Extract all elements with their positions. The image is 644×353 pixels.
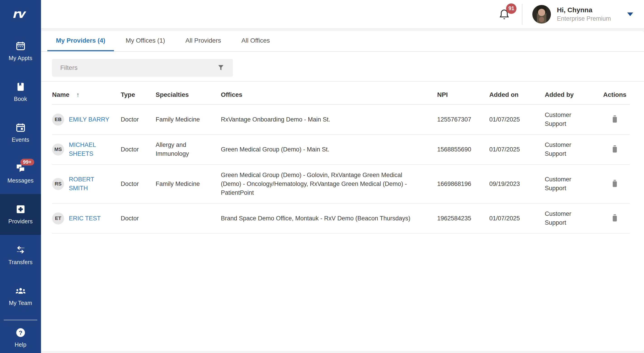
sidebar-item-help[interactable]: ? Help [0, 323, 41, 353]
table-row: RS ROBERT SMITH Doctor Family Medicine G… [52, 165, 630, 204]
user-plan-label: Enterprise Premium [557, 15, 611, 22]
filters-label: Filters [60, 64, 78, 71]
provider-initials-avatar: EB [52, 114, 64, 126]
sidebar-item-label: Events [12, 137, 30, 143]
app-logo[interactable]: rv [0, 0, 41, 27]
funnel-icon [217, 64, 225, 72]
topbar: 91 Hi, Chynna Enterprise Premium [41, 0, 644, 28]
sidebar-item-label: Messages [8, 177, 34, 184]
delete-provider-button[interactable] [610, 212, 620, 223]
sidebar-item-messages[interactable]: 99+ Messages [0, 153, 41, 194]
tab-all-providers[interactable]: All Providers [177, 31, 230, 51]
provider-added-on: 01/07/2025 [489, 115, 545, 124]
transfer-arrows-icon [16, 245, 26, 255]
provider-type: Doctor [121, 145, 156, 154]
user-greeting: Hi, Chynna [557, 6, 611, 14]
provider-name-link[interactable]: ROBERT SMITH [69, 175, 111, 193]
tab-all-offices[interactable]: All Offices [233, 31, 278, 51]
delete-provider-button[interactable] [610, 144, 620, 154]
provider-added-on: 09/19/2023 [489, 180, 545, 188]
tab-my-providers[interactable]: My Providers (4) [47, 31, 114, 51]
trash-icon [611, 179, 618, 187]
column-header-npi: NPI [437, 91, 489, 98]
provider-offices: Brand Space Demo Office, Montauk - RxV D… [221, 214, 437, 223]
trash-icon [611, 115, 618, 123]
sidebar-divider [4, 320, 38, 320]
medical-cross-icon [16, 204, 26, 214]
column-header-name[interactable]: Name ↑ [52, 91, 121, 98]
question-circle-icon: ? [16, 327, 26, 338]
column-header-added-by: Added by [545, 91, 599, 98]
provider-added-on: 01/07/2025 [489, 145, 545, 154]
column-header-actions: Actions [599, 91, 630, 98]
table-row: ET ERIC TEST Doctor Brand Space Demo Off… [52, 204, 630, 233]
provider-type: Doctor [121, 115, 156, 124]
sidebar-item-events[interactable]: Events [0, 112, 41, 153]
notifications-button[interactable]: 91 [498, 8, 510, 21]
provider-name-link[interactable]: EMILY BARRY [69, 115, 110, 124]
provider-added-on: 01/07/2025 [489, 214, 545, 223]
provider-npi: 1568855690 [437, 145, 489, 154]
sidebar-item-label: Transfers [8, 259, 32, 265]
provider-offices: Green Medical Group (Demo) - Main St. [221, 145, 437, 154]
delete-provider-button[interactable] [610, 178, 620, 189]
chevron-down-icon [627, 13, 633, 16]
column-header-type: Type [121, 91, 156, 98]
sidebar-item-providers[interactable]: Providers [0, 194, 41, 235]
provider-added-by: Customer Support [545, 209, 599, 227]
messages-count-badge: 99+ [20, 159, 34, 166]
sidebar-item-book[interactable]: Book [0, 72, 41, 112]
provider-npi: 1669868196 [437, 180, 489, 188]
provider-initials-avatar: MS [52, 144, 64, 156]
provider-type: Doctor [121, 180, 156, 188]
column-header-specialties: Specialties [156, 91, 221, 98]
sidebar-item-my-appts[interactable]: My Appts [0, 31, 41, 72]
sidebar-item-label: Book [14, 96, 27, 102]
column-header-added-on: Added on [489, 91, 545, 98]
column-header-offices: Offices [221, 91, 437, 98]
provider-added-by: Customer Support [545, 141, 599, 158]
provider-name-link[interactable]: ERIC TEST [69, 214, 101, 223]
main-content: My Providers (4) My Offices (1) All Prov… [41, 31, 644, 351]
user-avatar [532, 5, 551, 24]
sidebar-item-label: Providers [8, 218, 32, 225]
provider-npi: 1962584235 [437, 214, 489, 223]
rxvantage-logo-icon: rv [11, 6, 30, 21]
provider-added-by: Customer Support [545, 111, 599, 128]
calendar-dots-icon [16, 41, 26, 51]
chat-bubbles-icon: 99+ [16, 163, 26, 174]
svg-text:rv: rv [12, 7, 26, 21]
provider-specialties: Family Medicine [156, 180, 221, 188]
provider-name-link[interactable]: MICHAEL SHEETS [69, 141, 111, 158]
sort-ascending-icon: ↑ [76, 91, 80, 98]
sidebar-item-label: My Appts [8, 55, 32, 62]
provider-initials-avatar: ET [52, 212, 64, 224]
provider-added-by: Customer Support [545, 175, 599, 193]
svg-text:?: ? [19, 330, 22, 336]
sidebar-item-label: My Team [9, 300, 32, 306]
tab-bar: My Providers (4) My Offices (1) All Prov… [41, 31, 644, 52]
delete-provider-button[interactable] [610, 114, 620, 125]
sidebar-item-transfers[interactable]: Transfers [0, 235, 41, 276]
trash-icon [611, 145, 618, 153]
calendar-event-icon [16, 122, 26, 133]
trash-icon [611, 214, 618, 222]
book-bookmark-icon [16, 82, 26, 92]
sidebar-item-my-team[interactable]: My Team [0, 276, 41, 316]
people-group-icon [16, 286, 26, 296]
provider-specialties: Allergy and Immunology [156, 141, 221, 158]
providers-table: Name ↑ Type Specialties Offices NPI Adde… [41, 82, 644, 233]
topbar-divider [522, 4, 522, 25]
table-header-row: Name ↑ Type Specialties Offices NPI Adde… [52, 82, 630, 105]
user-menu[interactable]: Hi, Chynna Enterprise Premium [532, 5, 633, 24]
tab-my-offices[interactable]: My Offices (1) [117, 31, 174, 51]
provider-specialties: Family Medicine [156, 115, 221, 124]
table-row: MS MICHAEL SHEETS Doctor Allergy and Imm… [52, 135, 630, 165]
filters-section: Filters [41, 52, 644, 82]
provider-type: Doctor [121, 214, 156, 223]
filters-button[interactable]: Filters [52, 59, 233, 77]
notification-count-badge: 91 [506, 4, 516, 14]
provider-offices: RxVantage Onboarding Demo - Main St. [221, 115, 437, 124]
sidebar: rv My Appts [0, 0, 41, 353]
provider-initials-avatar: RS [52, 178, 64, 190]
